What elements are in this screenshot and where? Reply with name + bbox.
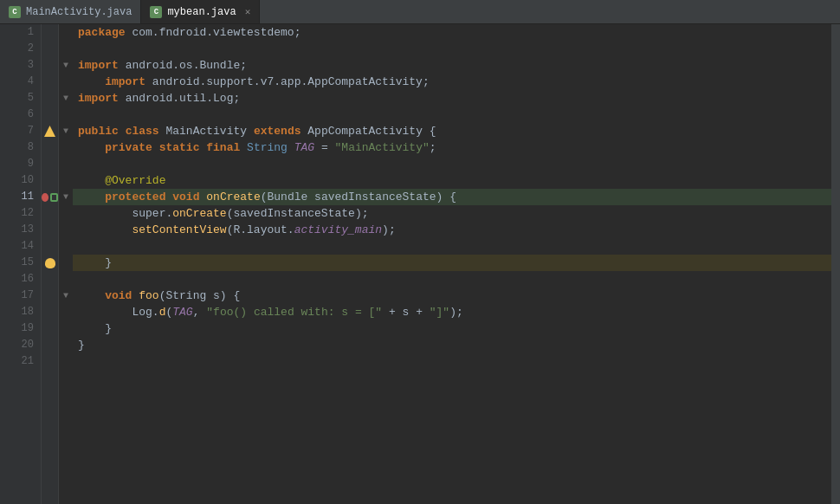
gutter-line-20: [42, 337, 58, 353]
code-line-20: }: [73, 337, 831, 353]
tab-mybean-java-icon: C: [150, 6, 162, 18]
code-line-15: }: [73, 255, 831, 271]
code-line-9: [73, 156, 831, 172]
code-line-12: super.onCreate(savedInstanceState);: [73, 205, 831, 222]
tab-mybean-close[interactable]: ✕: [245, 6, 251, 17]
bulb-icon: [45, 258, 55, 268]
fold-13: [59, 222, 73, 238]
gutter-line-15: [42, 255, 58, 271]
code-line-8: private static final String TAG = "MainA…: [73, 139, 831, 156]
ln-14: 14: [16, 238, 34, 255]
editor-window: C MainActivity.java C mybean.java ✕ 1 2 …: [0, 0, 840, 504]
tab-bar: C MainActivity.java C mybean.java ✕: [0, 0, 840, 24]
fold-open-icon-17[interactable]: ▼: [63, 291, 68, 300]
fold-open-icon-11[interactable]: ▼: [63, 192, 68, 202]
ln-13: 13: [16, 222, 34, 238]
ln-3: 3: [16, 57, 34, 74]
warning-icon: [44, 126, 55, 137]
gutter-line-9: [42, 156, 58, 172]
code-line-14: [73, 238, 831, 255]
ln-18: 18: [16, 304, 34, 320]
code-line-2: [73, 41, 831, 57]
gutter-line-7: [42, 123, 58, 139]
tab-mybean-label: mybean.java: [167, 6, 236, 18]
tab-mainactivity[interactable]: C MainActivity.java: [0, 0, 141, 23]
tab-java-icon: C: [9, 6, 21, 18]
gutter-line-19: [42, 320, 58, 337]
ln-12: 12: [16, 205, 34, 222]
ln-9: 9: [16, 156, 34, 172]
ln-15: 15: [16, 255, 34, 271]
scrollbar-right[interactable]: [831, 24, 840, 504]
gutter-line-4: [42, 74, 58, 90]
ln-7: 7: [16, 123, 34, 139]
fold-collapse-icon[interactable]: ▼: [63, 61, 68, 70]
code-line-10: @Override: [73, 172, 831, 189]
ln-10: 10: [16, 172, 34, 189]
fold-collapse-icon-5[interactable]: ▼: [63, 94, 68, 103]
ln-8: 8: [16, 139, 34, 156]
fold-20: [59, 337, 73, 353]
code-line-13: setContentView(R.layout.activity_main);: [73, 222, 831, 238]
code-line-11: protected void onCreate(Bundle savedInst…: [73, 189, 831, 205]
gutter-line-13: [42, 222, 58, 238]
code-content[interactable]: package com.fndroid.viewtestdemo; import…: [73, 24, 831, 504]
tab-mybean[interactable]: C mybean.java ✕: [141, 0, 260, 23]
gutter-line-11: [42, 189, 58, 205]
gutter-line-2: [42, 41, 58, 57]
code-line-3: import android.os.Bundle;: [73, 57, 831, 74]
fold-2: [59, 41, 73, 57]
code-line-1: package com.fndroid.viewtestdemo;: [73, 24, 831, 41]
fold-3[interactable]: ▼: [59, 57, 73, 74]
ln-16: 16: [16, 271, 34, 288]
fold-10: [59, 172, 73, 189]
fold-19: [59, 320, 73, 337]
fold-1: [59, 24, 73, 41]
breakpoint-icon: [42, 193, 48, 202]
code-line-5: import android.util.Log;: [73, 90, 831, 107]
code-line-17: void foo(String s) {: [73, 288, 831, 304]
gutter-line-17: [42, 288, 58, 304]
code-line-18: Log.d(TAG, "foo() called with: s = [" + …: [73, 304, 831, 320]
line-number-gutter: 1 2 3 4 5 6 7 8 9 10 11 12 13 14 15 16 1…: [0, 24, 42, 504]
gutter-line-3: [42, 57, 58, 74]
fold-8: [59, 139, 73, 156]
gutter-line-10: [42, 172, 58, 189]
gutter-line-1: [42, 24, 58, 41]
fold-15: [59, 255, 73, 271]
override-icon: [50, 193, 58, 202]
fold-open-icon-7[interactable]: ▼: [63, 126, 68, 136]
ln-21: 21: [16, 353, 34, 370]
tab-mainactivity-label: MainActivity.java: [26, 6, 132, 18]
gutter-line-6: [42, 107, 58, 123]
ln-6: 6: [16, 107, 34, 123]
code-line-4: import android.support.v7.app.AppCompatA…: [73, 74, 831, 90]
code-line-21: [73, 353, 831, 370]
ln-1: 1: [16, 24, 34, 41]
fold-7[interactable]: ▼: [59, 123, 73, 139]
fold-4: [59, 74, 73, 90]
fold-6: [59, 107, 73, 123]
code-line-6: [73, 107, 831, 123]
fold-21: [59, 353, 73, 370]
gutter-line-8: [42, 139, 58, 156]
fold-17[interactable]: ▼: [59, 288, 73, 304]
gutter-line-21: [42, 353, 58, 370]
ln-11: 11: [16, 189, 34, 205]
ln-2: 2: [16, 41, 34, 57]
ln-5: 5: [16, 90, 34, 107]
fold-14: [59, 238, 73, 255]
gutter-line-5: [42, 90, 58, 107]
fold-11[interactable]: ▼: [59, 189, 73, 205]
editor-body: 1 2 3 4 5 6 7 8 9 10 11 12 13 14 15 16 1…: [0, 24, 840, 504]
fold-5[interactable]: ▼: [59, 90, 73, 107]
ln-20: 20: [16, 337, 34, 353]
gutter-line-12: [42, 205, 58, 222]
gutter-line-18: [42, 304, 58, 320]
icon-gutter: [42, 24, 59, 504]
fold-18: [59, 304, 73, 320]
ln-4: 4: [16, 74, 34, 90]
fold-16: [59, 271, 73, 288]
ln-17: 17: [16, 288, 34, 304]
ln-19: 19: [16, 320, 34, 337]
